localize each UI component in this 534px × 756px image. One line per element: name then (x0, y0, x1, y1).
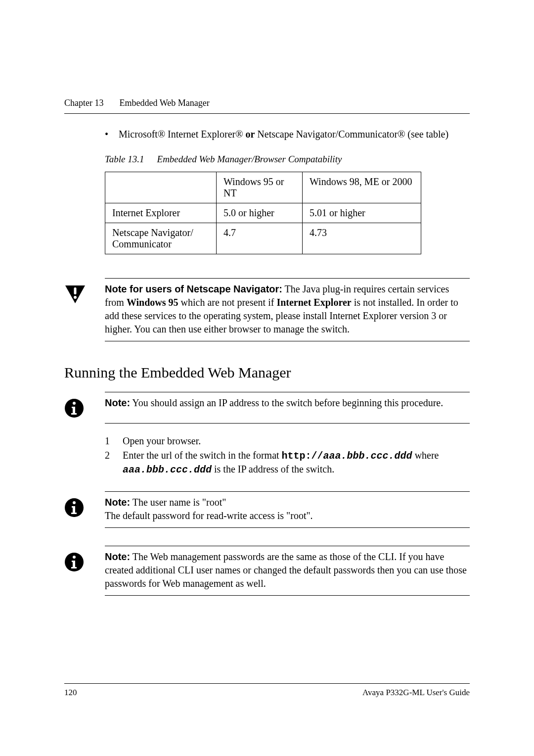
page-number: 120 (64, 688, 77, 698)
table-cell: Internet Explorer (105, 203, 217, 223)
page-header: Chapter 13 Embedded Web Manager (64, 98, 470, 108)
table-number: Table 13.1 (105, 154, 144, 164)
note-divider (105, 341, 470, 341)
list-item: 1 Open your browser. (105, 434, 470, 448)
table-cell: Windows 98, ME or 2000 (303, 172, 421, 203)
table-cell: 4.7 (217, 223, 303, 254)
list-item: 2 Enter the url of the switch in the for… (105, 449, 470, 476)
table-cell: 5.0 or higher (217, 203, 303, 223)
section-heading: Running the Embedded Web Manager (64, 364, 470, 381)
note-divider (105, 423, 470, 424)
header-divider (64, 113, 470, 114)
chapter-title: Embedded Web Manager (119, 98, 209, 108)
table-caption: Table 13.1Embedded Web Manager/Browser C… (105, 154, 470, 165)
note-divider (105, 491, 470, 492)
bullet-icon: • (105, 128, 110, 141)
table-title: Embedded Web Manager/Browser Compatabili… (157, 154, 342, 164)
table-cell: Windows 95 or NT (217, 172, 303, 203)
note-divider (105, 527, 470, 528)
info-icon (64, 498, 84, 522)
table-row: Internet Explorer 5.0 or higher 5.01 or … (105, 203, 421, 223)
note-divider (105, 278, 470, 279)
table-cell (105, 172, 217, 203)
bullet-item: • Microsoft® Internet Explorer® or Netsc… (105, 128, 470, 141)
note-divider (105, 595, 470, 596)
warning-note: Note for users of Netscape Navigator: Th… (64, 283, 470, 336)
warning-icon (64, 284, 86, 336)
svg-point-3 (73, 402, 76, 405)
bullet-text: Microsoft® Internet Explorer® or Netscap… (119, 128, 448, 141)
ordered-list: 1 Open your browser. 2 Enter the url of … (105, 434, 470, 476)
note-label: Note: (105, 551, 130, 562)
table-cell: Netscape Navigator/ Communicator (105, 223, 217, 254)
table-cell: 5.01 or higher (303, 203, 421, 223)
table-cell: 4.73 (303, 223, 421, 254)
info-note: Note: You should assign an IP address to… (64, 396, 470, 418)
table-row: Netscape Navigator/ Communicator 4.7 4.7… (105, 223, 421, 254)
info-note: Note: The Web management passwords are t… (64, 550, 470, 590)
chapter-number: Chapter 13 (64, 98, 103, 108)
svg-rect-0 (74, 287, 77, 294)
info-note: Note: The user name is "root" The defaul… (64, 496, 470, 522)
note-divider (105, 392, 470, 392)
footer-divider (64, 683, 470, 684)
note-divider (105, 546, 470, 546)
info-icon (64, 552, 84, 590)
svg-point-1 (74, 296, 77, 299)
guide-title: Avaya P332G-ML User's Guide (362, 688, 470, 698)
note-label: Note for users of Netscape Navigator: (105, 284, 282, 294)
svg-point-5 (73, 501, 76, 504)
note-label: Note: (105, 497, 130, 508)
table-row: Windows 95 or NT Windows 98, ME or 2000 (105, 172, 421, 203)
compat-table: Windows 95 or NT Windows 98, ME or 2000 … (105, 172, 421, 254)
svg-point-7 (73, 556, 76, 559)
note-label: Note: (105, 397, 130, 408)
info-icon (64, 398, 84, 418)
page-footer: 120 Avaya P332G-ML User's Guide (64, 683, 470, 698)
